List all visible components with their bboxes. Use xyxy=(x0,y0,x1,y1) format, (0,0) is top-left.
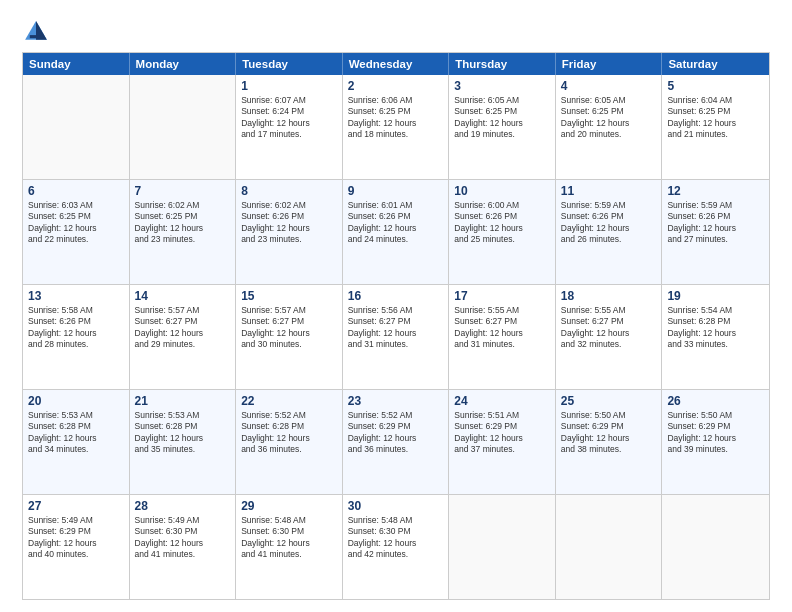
day-info: Sunrise: 5:57 AMSunset: 6:27 PMDaylight:… xyxy=(135,305,231,351)
day-cell: 25 Sunrise: 5:50 AMSunset: 6:29 PMDaylig… xyxy=(556,390,663,494)
day-info: Sunrise: 6:02 AMSunset: 6:25 PMDaylight:… xyxy=(135,200,231,246)
calendar-row: 20 Sunrise: 5:53 AMSunset: 6:28 PMDaylig… xyxy=(23,389,769,494)
day-info: Sunrise: 6:00 AMSunset: 6:26 PMDaylight:… xyxy=(454,200,550,246)
day-cell: 2 Sunrise: 6:06 AMSunset: 6:25 PMDayligh… xyxy=(343,75,450,179)
logo-icon xyxy=(22,18,50,46)
day-info: Sunrise: 5:53 AMSunset: 6:28 PMDaylight:… xyxy=(28,410,124,456)
day-cell: 28 Sunrise: 5:49 AMSunset: 6:30 PMDaylig… xyxy=(130,495,237,599)
logo xyxy=(22,18,54,46)
weekday-header: Saturday xyxy=(662,53,769,75)
day-cell: 12 Sunrise: 5:59 AMSunset: 6:26 PMDaylig… xyxy=(662,180,769,284)
day-number: 3 xyxy=(454,79,550,93)
day-cell: 1 Sunrise: 6:07 AMSunset: 6:24 PMDayligh… xyxy=(236,75,343,179)
day-cell: 3 Sunrise: 6:05 AMSunset: 6:25 PMDayligh… xyxy=(449,75,556,179)
day-number: 1 xyxy=(241,79,337,93)
svg-rect-2 xyxy=(30,35,42,38)
day-info: Sunrise: 5:49 AMSunset: 6:29 PMDaylight:… xyxy=(28,515,124,561)
day-number: 2 xyxy=(348,79,444,93)
calendar-row: 6 Sunrise: 6:03 AMSunset: 6:25 PMDayligh… xyxy=(23,179,769,284)
weekday-header: Friday xyxy=(556,53,663,75)
day-cell: 30 Sunrise: 5:48 AMSunset: 6:30 PMDaylig… xyxy=(343,495,450,599)
day-cell: 5 Sunrise: 6:04 AMSunset: 6:25 PMDayligh… xyxy=(662,75,769,179)
day-info: Sunrise: 5:54 AMSunset: 6:28 PMDaylight:… xyxy=(667,305,764,351)
day-number: 12 xyxy=(667,184,764,198)
day-number: 7 xyxy=(135,184,231,198)
day-number: 8 xyxy=(241,184,337,198)
day-info: Sunrise: 5:50 AMSunset: 6:29 PMDaylight:… xyxy=(667,410,764,456)
day-cell: 11 Sunrise: 5:59 AMSunset: 6:26 PMDaylig… xyxy=(556,180,663,284)
day-cell: 23 Sunrise: 5:52 AMSunset: 6:29 PMDaylig… xyxy=(343,390,450,494)
day-number: 17 xyxy=(454,289,550,303)
day-info: Sunrise: 6:03 AMSunset: 6:25 PMDaylight:… xyxy=(28,200,124,246)
weekday-header: Thursday xyxy=(449,53,556,75)
day-cell: 21 Sunrise: 5:53 AMSunset: 6:28 PMDaylig… xyxy=(130,390,237,494)
page: SundayMondayTuesdayWednesdayThursdayFrid… xyxy=(0,0,792,612)
weekday-header: Sunday xyxy=(23,53,130,75)
day-info: Sunrise: 6:01 AMSunset: 6:26 PMDaylight:… xyxy=(348,200,444,246)
day-number: 11 xyxy=(561,184,657,198)
day-number: 5 xyxy=(667,79,764,93)
day-cell: 4 Sunrise: 6:05 AMSunset: 6:25 PMDayligh… xyxy=(556,75,663,179)
day-cell: 29 Sunrise: 5:48 AMSunset: 6:30 PMDaylig… xyxy=(236,495,343,599)
day-cell: 7 Sunrise: 6:02 AMSunset: 6:25 PMDayligh… xyxy=(130,180,237,284)
day-info: Sunrise: 5:52 AMSunset: 6:28 PMDaylight:… xyxy=(241,410,337,456)
day-info: Sunrise: 5:55 AMSunset: 6:27 PMDaylight:… xyxy=(454,305,550,351)
calendar-row: 1 Sunrise: 6:07 AMSunset: 6:24 PMDayligh… xyxy=(23,75,769,179)
day-number: 19 xyxy=(667,289,764,303)
calendar-row: 13 Sunrise: 5:58 AMSunset: 6:26 PMDaylig… xyxy=(23,284,769,389)
day-cell: 14 Sunrise: 5:57 AMSunset: 6:27 PMDaylig… xyxy=(130,285,237,389)
empty-cell xyxy=(662,495,769,599)
day-info: Sunrise: 6:04 AMSunset: 6:25 PMDaylight:… xyxy=(667,95,764,141)
day-info: Sunrise: 6:05 AMSunset: 6:25 PMDaylight:… xyxy=(454,95,550,141)
day-cell: 16 Sunrise: 5:56 AMSunset: 6:27 PMDaylig… xyxy=(343,285,450,389)
day-info: Sunrise: 6:07 AMSunset: 6:24 PMDaylight:… xyxy=(241,95,337,141)
day-info: Sunrise: 5:55 AMSunset: 6:27 PMDaylight:… xyxy=(561,305,657,351)
calendar-body: 1 Sunrise: 6:07 AMSunset: 6:24 PMDayligh… xyxy=(23,75,769,599)
day-cell: 20 Sunrise: 5:53 AMSunset: 6:28 PMDaylig… xyxy=(23,390,130,494)
weekday-header: Wednesday xyxy=(343,53,450,75)
day-info: Sunrise: 6:05 AMSunset: 6:25 PMDaylight:… xyxy=(561,95,657,141)
day-info: Sunrise: 5:52 AMSunset: 6:29 PMDaylight:… xyxy=(348,410,444,456)
day-cell: 8 Sunrise: 6:02 AMSunset: 6:26 PMDayligh… xyxy=(236,180,343,284)
day-cell: 13 Sunrise: 5:58 AMSunset: 6:26 PMDaylig… xyxy=(23,285,130,389)
day-number: 29 xyxy=(241,499,337,513)
day-number: 25 xyxy=(561,394,657,408)
day-cell: 24 Sunrise: 5:51 AMSunset: 6:29 PMDaylig… xyxy=(449,390,556,494)
day-number: 15 xyxy=(241,289,337,303)
day-cell: 17 Sunrise: 5:55 AMSunset: 6:27 PMDaylig… xyxy=(449,285,556,389)
day-info: Sunrise: 5:48 AMSunset: 6:30 PMDaylight:… xyxy=(348,515,444,561)
day-info: Sunrise: 6:06 AMSunset: 6:25 PMDaylight:… xyxy=(348,95,444,141)
day-number: 18 xyxy=(561,289,657,303)
empty-cell xyxy=(130,75,237,179)
header xyxy=(22,18,770,46)
day-number: 21 xyxy=(135,394,231,408)
calendar-header: SundayMondayTuesdayWednesdayThursdayFrid… xyxy=(23,53,769,75)
day-cell: 15 Sunrise: 5:57 AMSunset: 6:27 PMDaylig… xyxy=(236,285,343,389)
day-info: Sunrise: 5:49 AMSunset: 6:30 PMDaylight:… xyxy=(135,515,231,561)
day-info: Sunrise: 5:59 AMSunset: 6:26 PMDaylight:… xyxy=(667,200,764,246)
day-cell: 18 Sunrise: 5:55 AMSunset: 6:27 PMDaylig… xyxy=(556,285,663,389)
day-number: 6 xyxy=(28,184,124,198)
day-number: 13 xyxy=(28,289,124,303)
day-number: 28 xyxy=(135,499,231,513)
day-number: 27 xyxy=(28,499,124,513)
weekday-header: Tuesday xyxy=(236,53,343,75)
calendar-row: 27 Sunrise: 5:49 AMSunset: 6:29 PMDaylig… xyxy=(23,494,769,599)
day-number: 14 xyxy=(135,289,231,303)
day-cell: 9 Sunrise: 6:01 AMSunset: 6:26 PMDayligh… xyxy=(343,180,450,284)
day-cell: 27 Sunrise: 5:49 AMSunset: 6:29 PMDaylig… xyxy=(23,495,130,599)
day-cell: 10 Sunrise: 6:00 AMSunset: 6:26 PMDaylig… xyxy=(449,180,556,284)
empty-cell xyxy=(23,75,130,179)
day-info: Sunrise: 5:56 AMSunset: 6:27 PMDaylight:… xyxy=(348,305,444,351)
day-info: Sunrise: 5:57 AMSunset: 6:27 PMDaylight:… xyxy=(241,305,337,351)
day-number: 24 xyxy=(454,394,550,408)
day-info: Sunrise: 6:02 AMSunset: 6:26 PMDaylight:… xyxy=(241,200,337,246)
day-info: Sunrise: 5:59 AMSunset: 6:26 PMDaylight:… xyxy=(561,200,657,246)
calendar: SundayMondayTuesdayWednesdayThursdayFrid… xyxy=(22,52,770,600)
day-number: 10 xyxy=(454,184,550,198)
day-number: 9 xyxy=(348,184,444,198)
empty-cell xyxy=(556,495,663,599)
day-number: 4 xyxy=(561,79,657,93)
day-info: Sunrise: 5:48 AMSunset: 6:30 PMDaylight:… xyxy=(241,515,337,561)
day-cell: 26 Sunrise: 5:50 AMSunset: 6:29 PMDaylig… xyxy=(662,390,769,494)
